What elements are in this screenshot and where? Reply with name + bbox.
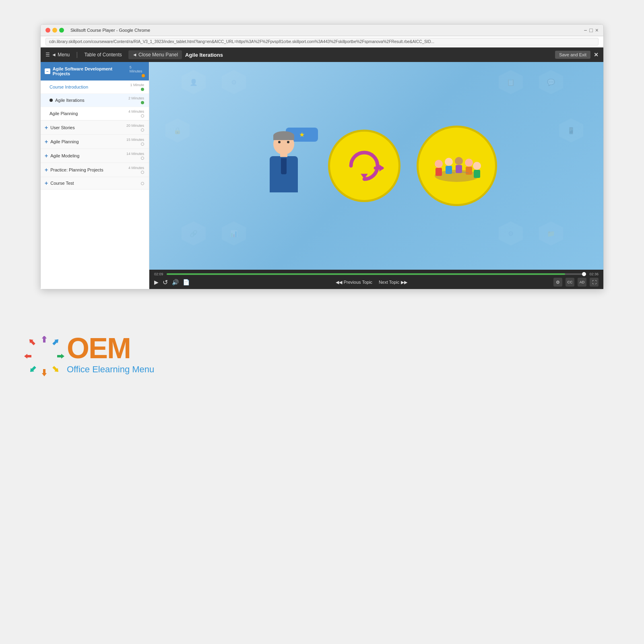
cc-button[interactable]: CC <box>566 278 574 287</box>
topbar-right: Save and Exit ✕ <box>555 51 599 59</box>
oem-section: OEM Office Elearning Menu <box>0 314 644 395</box>
progress-bar-container: 02:09 02:36 <box>154 272 599 276</box>
browser-title: Skillsoft Course Player - Google Chrome <box>70 28 580 33</box>
bg-hex-9: 🔒 <box>165 118 190 142</box>
section-right: 20 Minutes <box>126 124 144 132</box>
close-dot[interactable] <box>45 28 50 33</box>
url-bar[interactable]: cdn.library.skillport.com/courseware/Con… <box>45 38 599 45</box>
svg-rect-2 <box>436 168 442 176</box>
bg-hex-10: 📱 <box>559 118 583 142</box>
browser-window-controls: − □ × <box>584 27 599 33</box>
settings-icon: ⚙ <box>556 280 560 285</box>
section-duration: 14 Minutes <box>126 152 144 156</box>
next-topic-button[interactable]: Next Topic ▶▶ <box>379 280 407 285</box>
character: ★ <box>256 126 312 206</box>
menu-button[interactable]: ☰ ◄ Menu <box>45 52 70 58</box>
bg-hex-4: 💬 <box>539 70 563 94</box>
svg-marker-17 <box>52 365 60 374</box>
section-expand-icon: + <box>45 180 48 186</box>
lesson-left: Course Introduction <box>50 85 88 89</box>
fullscreen-icon: ⛶ <box>592 280 597 285</box>
play-icon: ▶ <box>154 279 159 285</box>
replay-button[interactable]: ↺ <box>163 279 168 286</box>
save-exit-label: Save and Exit <box>559 52 586 57</box>
lesson-agile-planning[interactable]: Agile Planning 4 Minutes <box>41 107 149 120</box>
section-status-icon <box>141 157 144 160</box>
module-header-left: − Agile Software Development Projects <box>45 66 130 76</box>
progress-track[interactable] <box>167 273 586 275</box>
oem-text-group: OEM Office Elearning Menu <box>67 334 154 375</box>
controls-row: ▶ ↺ 🔊 📄 <box>154 278 599 287</box>
maximize-dot[interactable] <box>59 28 64 33</box>
section-left: + Practice: Planning Projects <box>45 167 103 173</box>
close-panel-button[interactable]: ◄ Close Menu Panel <box>128 50 182 59</box>
minimize-dot[interactable] <box>52 28 57 33</box>
lms-main: − Agile Software Development Projects 5 … <box>41 62 603 289</box>
active-bullet <box>50 99 53 102</box>
module-title: Agile Software Development Projects <box>53 66 130 76</box>
section-agile-planning[interactable]: + Agile Planning 15 Minutes <box>41 135 149 149</box>
oem-tagline: Office Elearning Menu <box>67 364 154 375</box>
close-button[interactable]: × <box>595 27 599 33</box>
section-agile-modeling[interactable]: + Agile Modeling 14 Minutes <box>41 149 149 163</box>
svg-rect-10 <box>474 170 480 178</box>
lms-close-button[interactable]: ✕ <box>594 52 599 58</box>
module-duration: 5 Minutes <box>130 65 145 73</box>
bookmark-icon: 📄 <box>183 279 190 285</box>
toc-label: Table of Contents <box>84 52 122 58</box>
module-header[interactable]: − Agile Software Development Projects 5 … <box>41 62 149 80</box>
section-user-stories[interactable]: + User Stories 20 Minutes <box>41 121 149 135</box>
volume-button[interactable]: 🔊 <box>172 279 179 285</box>
bg-hex-8: 📁 <box>539 221 563 246</box>
bg-hex-1: 👤 <box>182 70 206 94</box>
toc-button[interactable]: Table of Contents <box>84 52 122 58</box>
lms-app: ☰ ◄ Menu | Table of Contents ◄ Close Men… <box>41 47 603 289</box>
video-content: 👤 ⚙ 📋 💬 🔗 📊 ⚙ 📁 🔒 📱 <box>149 62 603 270</box>
char-neck <box>280 153 287 157</box>
lesson-title: Course Introduction <box>50 85 88 89</box>
lesson-left: Agile Planning <box>50 111 78 116</box>
char-hair <box>273 131 294 140</box>
char-tie <box>281 158 287 174</box>
agile-loop-circle <box>328 130 400 202</box>
save-exit-button[interactable]: Save and Exit <box>555 51 590 59</box>
lms-sidebar: − Agile Software Development Projects 5 … <box>41 62 149 289</box>
section-title: Course Test <box>50 181 74 186</box>
minimize-button[interactable]: − <box>584 27 587 33</box>
section-course-test[interactable]: + Course Test <box>41 177 149 190</box>
sidebar-module: − Agile Software Development Projects 5 … <box>41 62 149 121</box>
section-expand-icon: + <box>45 167 48 173</box>
lesson-right: 2 Minutes <box>128 96 144 104</box>
time-total: 02:36 <box>589 272 599 276</box>
star-icon: ★ <box>299 131 305 138</box>
prev-topic-button[interactable]: ◀◀ Previous Topic <box>336 280 372 285</box>
browser-titlebar: Skillsoft Course Player - Google Chrome … <box>41 25 603 36</box>
lesson-status-icon <box>141 101 144 104</box>
volume-icon: 🔊 <box>172 279 179 285</box>
lesson-course-introduction[interactable]: Course Introduction 1 Minute <box>41 80 149 94</box>
prev-topic-icon: ◀◀ <box>336 280 342 285</box>
next-topic-label: Next Topic <box>379 280 399 285</box>
oem-logo: OEM Office Elearning Menu <box>24 334 154 375</box>
lesson-agile-iterations[interactable]: Agile Iterations 2 Minutes <box>41 94 149 107</box>
section-practice-planning[interactable]: + Practice: Planning Projects 4 Minutes <box>41 163 149 177</box>
svg-marker-18 <box>42 369 47 376</box>
oem-brand-name: OEM <box>67 334 154 363</box>
browser-dots <box>45 28 64 33</box>
svg-rect-8 <box>466 167 472 175</box>
fullscreen-button[interactable]: ⛶ <box>590 278 599 287</box>
settings-button[interactable]: ⚙ <box>553 278 562 287</box>
lesson-left: Agile Iterations <box>50 98 85 103</box>
bookmark-button[interactable]: 📄 <box>183 279 190 285</box>
lms-topbar: ☰ ◄ Menu | Table of Contents ◄ Close Men… <box>41 47 603 62</box>
svg-point-1 <box>435 160 443 168</box>
restore-button[interactable]: □ <box>589 27 592 33</box>
svg-marker-19 <box>29 365 37 374</box>
section-expand-icon: + <box>45 138 48 145</box>
section-expand-icon: + <box>45 153 48 159</box>
ad-button[interactable]: AD <box>578 278 586 287</box>
svg-point-9 <box>473 162 481 170</box>
play-button[interactable]: ▶ <box>154 279 159 285</box>
svg-marker-16 <box>57 354 64 359</box>
topbar-center: ◄ Close Menu Panel Agile Iterations <box>128 50 549 59</box>
